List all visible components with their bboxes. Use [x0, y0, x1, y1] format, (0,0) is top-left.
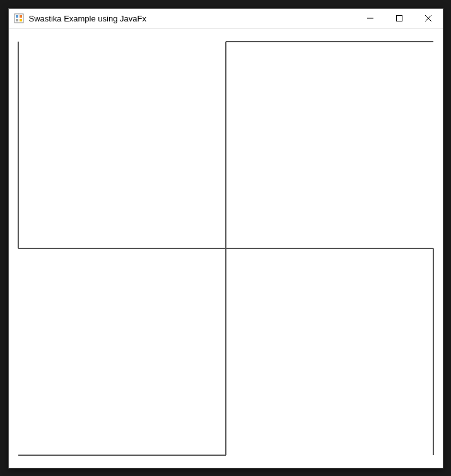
- window-controls: [356, 9, 443, 28]
- app-icon: [14, 13, 24, 23]
- svg-rect-4: [20, 19, 22, 21]
- application-window: Swastika Example using JavaFx: [8, 8, 443, 468]
- minimize-button[interactable]: [356, 9, 385, 28]
- window-title: Swastika Example using JavaFx: [29, 14, 356, 23]
- swastika-drawing: [9, 29, 443, 468]
- close-button[interactable]: [414, 9, 443, 28]
- svg-rect-1: [16, 15, 18, 18]
- javafx-canvas: [9, 29, 443, 468]
- svg-rect-2: [20, 15, 22, 18]
- maximize-button[interactable]: [385, 9, 414, 28]
- svg-rect-6: [396, 16, 402, 21]
- title-bar[interactable]: Swastika Example using JavaFx: [9, 9, 443, 29]
- svg-rect-3: [16, 19, 18, 21]
